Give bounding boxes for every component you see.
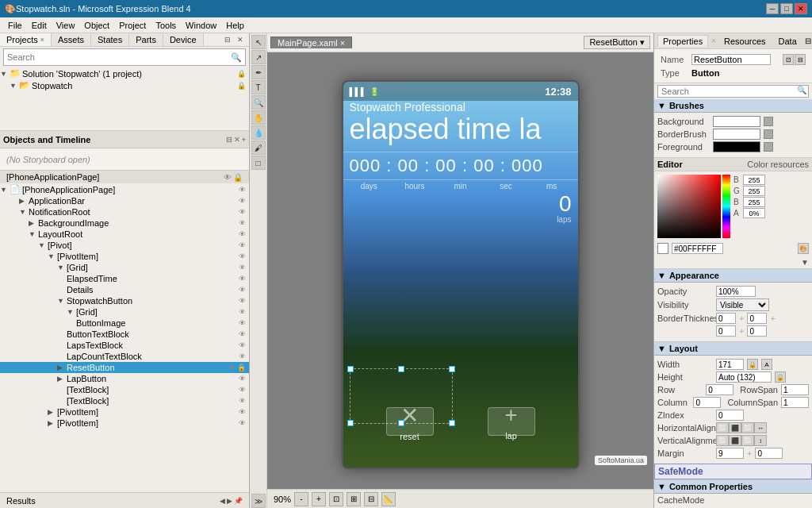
- tree-item-textblock1[interactable]: [TextBlock] 👁: [0, 384, 249, 395]
- tree-eye-9[interactable]: 👁: [239, 275, 246, 283]
- zoom-out-button[interactable]: -: [294, 492, 308, 506]
- columnspan-input[interactable]: [781, 397, 809, 408]
- foreground-dot[interactable]: [764, 142, 773, 152]
- hex-input[interactable]: [672, 243, 723, 254]
- borderthick-input[interactable]: [716, 313, 736, 324]
- tree-eye-1[interactable]: 👁: [239, 186, 246, 194]
- tree-eye-20[interactable]: 👁: [239, 397, 246, 405]
- tree-eye-10[interactable]: 👁: [239, 286, 246, 294]
- maximize-button[interactable]: □: [780, 3, 793, 14]
- tree-item-grid2[interactable]: ▼ [Grid] 👁: [0, 306, 249, 318]
- text-tool[interactable]: T: [251, 80, 266, 94]
- tree-eye-18[interactable]: 👁: [239, 375, 246, 383]
- eye-icon[interactable]: 👁: [224, 173, 232, 182]
- menu-help[interactable]: Help: [221, 20, 249, 31]
- tree-eye-22[interactable]: 👁: [239, 419, 246, 427]
- menu-file[interactable]: File: [3, 20, 27, 31]
- tree-item-pivotitem2[interactable]: ▶ [PivotItem] 👁: [0, 406, 249, 418]
- search-input[interactable]: [7, 52, 231, 62]
- mainpage-tab[interactable]: MainPage.xaml ×: [270, 37, 352, 48]
- tab-resources[interactable]: Resources: [719, 36, 771, 47]
- menu-object[interactable]: Object: [79, 20, 114, 31]
- tree-eye-11[interactable]: 👁: [239, 297, 246, 305]
- objects-close-icon[interactable]: ✕: [234, 136, 240, 144]
- name-value-input[interactable]: [691, 54, 771, 65]
- tab-parts[interactable]: Parts: [129, 33, 163, 46]
- tab-states[interactable]: States: [91, 33, 129, 46]
- zoom-in-button[interactable]: +: [312, 492, 326, 506]
- tab-projects[interactable]: Projects ×: [0, 33, 52, 46]
- tree-item-swbtn[interactable]: ▼ StopwatchButton 👁: [0, 295, 249, 306]
- name-btn-1[interactable]: ⊡: [783, 54, 794, 65]
- layout-title[interactable]: ▼ Layout: [654, 342, 812, 356]
- tree-item-grid1[interactable]: ▼ [Grid] 👁: [0, 262, 249, 273]
- panel-close-button[interactable]: ✕: [235, 34, 246, 45]
- tree-item-btnimage[interactable]: ButtonImage 👁: [0, 318, 249, 329]
- menu-tools[interactable]: Tools: [151, 20, 181, 31]
- tree-lock-17[interactable]: 🔒: [237, 364, 246, 371]
- tree-item-bgimage[interactable]: ▶ BackgroundImage 👁: [0, 217, 249, 229]
- height-lock-btn[interactable]: 🔒: [775, 371, 786, 383]
- tree-eye-2[interactable]: 👁: [239, 197, 246, 205]
- borderthick-input4[interactable]: [747, 325, 767, 337]
- zindex-input[interactable]: [716, 410, 744, 421]
- tree-item-elapsed[interactable]: ElapsedTime 👁: [0, 273, 249, 284]
- pen-tool[interactable]: ✒: [251, 65, 266, 79]
- paint-tool[interactable]: 🖌: [251, 140, 266, 155]
- valign-bottom-btn[interactable]: ⬜: [741, 435, 754, 446]
- panel-pin-icon[interactable]: 📌: [234, 497, 243, 505]
- tree-eye-8[interactable]: 👁: [239, 264, 246, 271]
- brushes-title[interactable]: ▼ Brushes: [654, 99, 812, 113]
- tree-eye-14[interactable]: 👁: [239, 330, 246, 338]
- selection-tool[interactable]: ↖: [251, 35, 266, 49]
- tree-item-pivotitem3[interactable]: ▶ [PivotItem] 👁: [0, 418, 249, 429]
- halign-stretch-btn[interactable]: ↔: [754, 422, 767, 433]
- tree-eye-4[interactable]: 👁: [239, 219, 246, 227]
- column-input[interactable]: [693, 397, 721, 408]
- background-dot[interactable]: [764, 117, 773, 126]
- menu-window[interactable]: Window: [181, 20, 221, 31]
- borderthick-input2[interactable]: [747, 313, 767, 324]
- fit-screen-button[interactable]: ⊡: [329, 492, 343, 506]
- opacity-input[interactable]: [716, 286, 756, 297]
- tab-assets[interactable]: Assets: [52, 33, 91, 46]
- height-input[interactable]: [716, 371, 772, 383]
- rulers-toggle[interactable]: 📐: [381, 492, 396, 506]
- shape-tool[interactable]: □: [251, 156, 266, 170]
- tree-eye-7[interactable]: 👁: [239, 252, 246, 260]
- tab-device[interactable]: Device: [163, 33, 204, 46]
- tree-eye-3[interactable]: 👁: [239, 208, 246, 216]
- tree-item-lapstxt[interactable]: LapsTextBlock 👁: [0, 340, 249, 351]
- rowspan-input[interactable]: [781, 384, 809, 395]
- menu-view[interactable]: View: [52, 20, 80, 31]
- channel-b2-input[interactable]: [743, 197, 765, 207]
- close-button[interactable]: ✕: [795, 3, 807, 14]
- tree-eye-12[interactable]: 👁: [239, 308, 246, 316]
- tree-item-phoneapp[interactable]: ▼ 📄 [PhoneApplicationPage] 👁: [0, 183, 249, 195]
- width-lock-btn[interactable]: 🔒: [747, 359, 758, 370]
- tree-eye-5[interactable]: 👁: [239, 230, 246, 238]
- row-input[interactable]: [706, 384, 733, 395]
- lap-button[interactable]: + lap: [488, 407, 535, 436]
- tree-item-appbar[interactable]: ▶ ApplicationBar 👁: [0, 195, 249, 206]
- channel-b1-input[interactable]: [743, 175, 765, 185]
- right-search-input[interactable]: [658, 86, 797, 97]
- tree-eye-6[interactable]: 👁: [239, 241, 246, 249]
- valign-center-btn[interactable]: ⬛: [729, 435, 741, 446]
- eyedropper-tool[interactable]: 💧: [251, 125, 266, 140]
- channel-a-input[interactable]: [743, 208, 765, 218]
- tree-item-notroot[interactable]: ▼ NotificationRoot 👁: [0, 206, 249, 217]
- visibility-select[interactable]: Visible Collapsed Hidden: [716, 298, 769, 311]
- minimize-button[interactable]: ─: [766, 3, 779, 14]
- width-input[interactable]: [716, 359, 744, 370]
- lock-indicator-icon[interactable]: 🔒: [233, 173, 243, 182]
- tree-item-lapbtn[interactable]: ▶ LapButton 👁: [0, 373, 249, 384]
- tree-eye-21[interactable]: 👁: [239, 408, 246, 416]
- direct-select-tool[interactable]: ↗: [251, 50, 266, 64]
- menu-project[interactable]: Project: [114, 20, 151, 31]
- objects-add-icon[interactable]: +: [242, 136, 246, 144]
- channel-g-input[interactable]: [743, 186, 765, 196]
- tree-item-textblock2[interactable]: [TextBlock] 👁: [0, 395, 249, 406]
- scroll-down-icon[interactable]: ▶: [227, 497, 232, 505]
- project-item[interactable]: ▼ 📂 Stopwatch 🔒: [0, 79, 249, 91]
